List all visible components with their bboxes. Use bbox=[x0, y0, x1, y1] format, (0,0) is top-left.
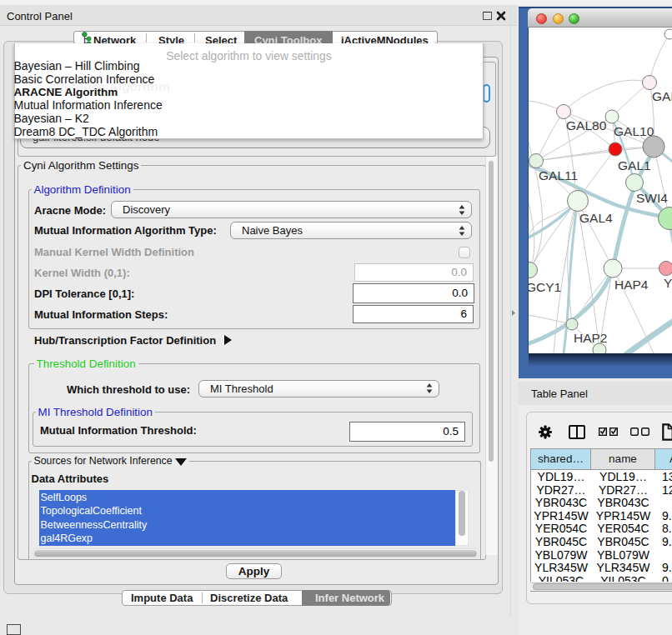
svg-text:GAL: GAL bbox=[652, 89, 672, 103]
svg-text:HAP2: HAP2 bbox=[574, 331, 608, 345]
svg-text:GAL10: GAL10 bbox=[614, 124, 654, 138]
svg-text:GCY1: GCY1 bbox=[529, 280, 561, 294]
svg-text:GAL4: GAL4 bbox=[579, 211, 613, 225]
svg-text:GAL1: GAL1 bbox=[618, 158, 651, 172]
svg-text:HAP4: HAP4 bbox=[614, 278, 649, 292]
svg-text:Y: Y bbox=[664, 276, 672, 290]
svg-text:GAL11: GAL11 bbox=[539, 168, 578, 182]
svg-text:SWI4: SWI4 bbox=[636, 191, 668, 205]
svg-text:GAL80: GAL80 bbox=[566, 118, 607, 132]
